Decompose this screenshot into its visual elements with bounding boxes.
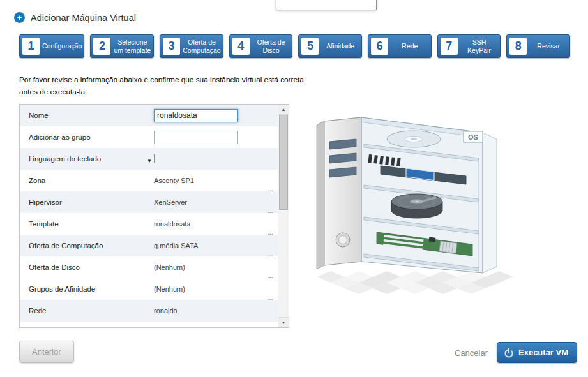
add-circle-icon [14,12,25,23]
step-5-afinidade[interactable]: 5 Afinidade [298,34,362,58]
step-label: Oferta de Computação [181,38,223,54]
table-scrollbar[interactable] [278,105,289,327]
launch-vm-label: Executar VM [518,348,568,357]
wizard-header: Adicionar Máquina Virtual [14,12,136,23]
computer-tower-illustration: OS [305,106,517,304]
step-number: 2 [93,38,110,55]
step-label: SSH KeyPair [458,38,501,54]
step-number: 4 [232,38,250,55]
row-value: Ascenty SP1 [154,177,278,184]
keyboard-language-select[interactable] [154,154,155,163]
step-number: 8 [509,38,527,55]
drive-bay-slots [329,139,356,177]
vm-name-input[interactable] [154,109,238,122]
review-row-grupo: Adicionar ao grupo [20,126,278,148]
step-4-oferta-disco[interactable]: 4 Oferta de Disco [229,34,293,58]
review-row-hipervisor: Hipervisor XenServer [20,191,278,213]
step-label: Rede [389,42,431,50]
step-1-configuracao[interactable]: 1 Configuração [19,34,84,58]
review-row-rede: Rede ronaldo [20,300,278,322]
row-value: (Nenhum) [154,263,278,271]
row-value: ronaldo [154,307,278,314]
review-row-teclado: Linguagem do teclado [20,148,278,170]
vm-illustration-panel: OS [305,106,517,304]
scroll-down-icon[interactable] [278,317,289,327]
review-table: Nome Adicionar ao grupo Linguagem do tec… [19,104,289,328]
row-label: Oferta de Computação [20,242,154,249]
step-6-rede[interactable]: 6 Rede [368,34,432,58]
hard-disk [391,194,442,218]
scroll-track[interactable] [278,115,289,317]
review-row-oferta-computacao: Oferta de Computação g.média SATA [20,235,278,256]
tower-front [317,117,361,269]
scroll-up-icon[interactable] [278,105,289,115]
row-label: Template [20,220,154,228]
step-number: 6 [371,38,388,55]
cancel-link[interactable]: Cancelar [455,348,488,358]
step-label: Afinidade [319,42,361,50]
truncated-popup [276,0,377,10]
launch-vm-button[interactable]: Executar VM [497,342,577,363]
row-value: g.média SATA [154,242,278,249]
row-label: Oferta de Disco [20,263,154,271]
row-value: XenServer [154,198,278,206]
row-label: Zona [20,177,154,184]
row-value: ronaldosata [154,220,278,228]
previous-button[interactable]: Anterior [19,341,74,363]
row-value [154,131,278,144]
group-input[interactable] [154,131,238,144]
review-rows: Nome Adicionar ao grupo Linguagem do tec… [20,105,278,327]
os-label: OS [468,133,478,141]
row-label: Linguagem do teclado [20,155,154,163]
review-row-grupos-afinidade: Grupos de Afinidade (Nenhum) [20,278,278,300]
step-3-oferta-computacao[interactable]: 3 Oferta de Computação [160,34,223,58]
row-label: Nome [20,112,154,119]
scroll-thumb[interactable] [279,115,288,210]
optical-disc [387,131,441,147]
review-instructions: Por favor revise a informação abaixo e c… [19,74,305,99]
wizard-steps: 1 Configuração 2 Selecione um template 3… [19,34,570,58]
step-8-revisar[interactable]: 8 Revisar [506,34,570,58]
review-row-zona: Zona Ascenty SP1 [20,170,278,191]
step-number: 1 [22,38,40,55]
step-number: 3 [163,38,180,55]
step-label: Configuração [40,42,84,50]
step-7-ssh-keypair[interactable]: 7 SSH KeyPair [437,34,501,58]
page-title: Adicionar Máquina Virtual [31,13,136,23]
step-number: 7 [441,38,458,55]
power-icon [504,348,514,358]
step-label: Revisar [527,42,569,50]
step-2-selecione-template[interactable]: 2 Selecione um template [90,34,154,58]
row-label: Hipervisor [20,198,154,206]
row-value [154,155,278,163]
step-number: 5 [301,38,319,55]
checkered-floor [317,271,513,294]
step-label: Selecione um template [111,38,153,54]
row-value [154,109,278,122]
review-row-oferta-disco: Oferta de Disco (Nenhum) [20,256,278,278]
row-label: Adicionar ao grupo [20,133,154,141]
step-label: Oferta de Disco [250,38,292,54]
row-label: Rede [20,307,154,314]
review-row-template: Template ronaldosata [20,213,278,235]
power-button [336,233,350,247]
os-tag: OS [464,131,483,142]
review-row-nome: Nome [20,105,278,126]
row-value: (Nenhum) [154,285,278,293]
row-label: Grupos de Afinidade [20,285,154,293]
